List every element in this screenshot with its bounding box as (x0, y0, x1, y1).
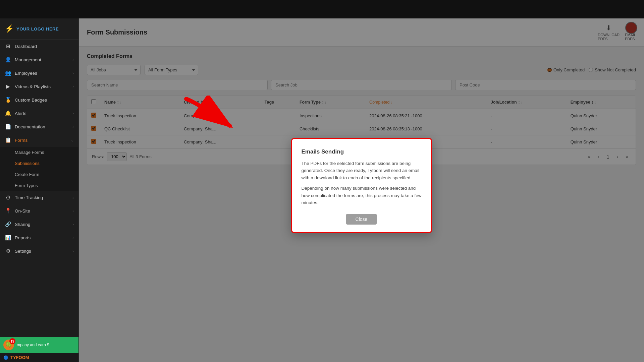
sidebar-item-custom-badges[interactable]: 🏅 Custom Badges (0, 93, 78, 107)
chevron-icon: › (72, 236, 74, 240)
alerts-icon: 🔔 (5, 110, 11, 116)
sidebar-label-onsite: On-Site (15, 208, 30, 214)
chevron-icon: › (72, 196, 74, 200)
sidebar-label-employees: Employees (15, 71, 37, 76)
notif-text: mpany and earn $ (17, 343, 49, 347)
modal-close-button[interactable]: Close (346, 214, 377, 225)
chevron-down-icon: ⌄ (71, 138, 74, 142)
sidebar-item-alerts[interactable]: 🔔 Alerts › (0, 107, 78, 120)
tyfoom-icon: 🔵 (3, 355, 8, 360)
sidebar-label-management: Management (15, 57, 41, 62)
submenu-form-types[interactable]: Form Types (0, 180, 78, 191)
chevron-icon: › (72, 209, 74, 213)
tyfoom-logo: TYFOOM (10, 355, 29, 360)
sidebar-label-docs: Documentation (15, 124, 45, 129)
chevron-icon: › (72, 58, 74, 62)
sidebar-label-badges: Custom Badges (15, 98, 47, 103)
employees-icon: 👥 (5, 70, 11, 76)
reports-icon: 📊 (5, 235, 11, 241)
logo-text: YOUR LOGO HERE (16, 26, 59, 32)
tyfoom-bar: 🔵 TYFOOM (0, 353, 78, 362)
modal-footer: Close (302, 211, 422, 225)
badges-icon: 🏅 (5, 97, 11, 103)
notif-badge: 19 (9, 338, 15, 344)
sidebar-label-videos: Videos & Playlists (15, 84, 51, 89)
modal-body: The PDFs for the selected form submissio… (302, 160, 422, 207)
modal-paragraph-2: Depending on how many submissions were s… (302, 185, 422, 206)
emails-sending-modal: Emails Sending The PDFs for the selected… (291, 138, 432, 233)
sidebar-label-settings: Settings (15, 249, 31, 254)
time-icon: ⏱ (5, 195, 11, 200)
logo-area: ⚡ YOUR LOGO HERE (0, 18, 78, 40)
main-content: Form Submissions ⬇ DOWNLOAD PDFS ✉ EMAIL… (79, 18, 644, 362)
forms-icon: 📋 (5, 137, 11, 143)
sharing-icon: 🔗 (5, 221, 11, 227)
chevron-icon: › (72, 125, 74, 129)
sidebar-item-on-site[interactable]: 📍 On-Site › (0, 204, 78, 218)
modal-title: Emails Sending (302, 148, 422, 155)
sidebar-item-dashboard[interactable]: ⊞ Dashboard (0, 40, 78, 53)
sidebar-label-sharing: Sharing (15, 222, 31, 227)
management-icon: 👤 (5, 57, 11, 63)
sidebar-item-documentation[interactable]: 📄 Documentation › (0, 120, 78, 133)
videos-icon: ▶ (5, 83, 11, 89)
settings-icon: ⚙ (5, 248, 11, 254)
forms-submenu: Manage Forms Submissions Create Form For… (0, 147, 78, 191)
sidebar-item-reports[interactable]: 📊 Reports › (0, 231, 78, 244)
submenu-submissions[interactable]: Submissions (0, 158, 78, 169)
logo-icon: ⚡ (5, 24, 14, 33)
modal-paragraph-1: The PDFs for the selected form submissio… (302, 160, 422, 182)
sidebar: ⚡ YOUR LOGO HERE ⊞ Dashboard 👤 Managemen… (0, 18, 79, 362)
notification-bar[interactable]: 🍀 19 mpany and earn $ (0, 337, 78, 353)
sidebar-label-reports: Reports (15, 235, 31, 240)
submenu-manage-forms[interactable]: Manage Forms (0, 147, 78, 158)
submenu-create-form[interactable]: Create Form (0, 169, 78, 180)
chevron-icon: › (72, 222, 74, 226)
sidebar-label-time: Time Tracking (15, 195, 43, 200)
docs-icon: 📄 (5, 124, 11, 130)
sidebar-item-employees[interactable]: 👥 Employees › (0, 66, 78, 80)
sidebar-label-alerts: Alerts (15, 111, 26, 116)
chevron-icon: › (72, 249, 74, 253)
sidebar-item-management[interactable]: 👤 Management › (0, 53, 78, 66)
chevron-icon: › (72, 84, 74, 88)
sidebar-item-videos[interactable]: ▶ Videos & Playlists › (0, 80, 78, 93)
chevron-icon: › (72, 111, 74, 115)
sidebar-item-forms[interactable]: 📋 Forms ⌄ (0, 133, 78, 147)
dashboard-icon: ⊞ (5, 43, 11, 49)
sidebar-label-dashboard: Dashboard (15, 44, 37, 49)
chevron-icon: › (72, 71, 74, 75)
sidebar-label-forms: Forms (15, 138, 28, 143)
sidebar-item-settings[interactable]: ⚙ Settings › (0, 244, 78, 258)
sidebar-item-time-tracking[interactable]: ⏱ Time Tracking › (0, 191, 78, 204)
sidebar-item-sharing[interactable]: 🔗 Sharing › (0, 218, 78, 231)
onsite-icon: 📍 (5, 208, 11, 214)
